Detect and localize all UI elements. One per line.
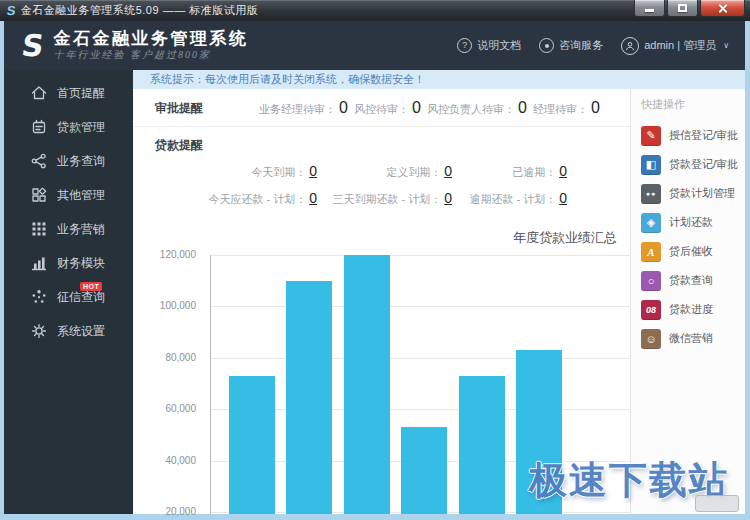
sidebar-item-label: 贷款管理 bbox=[57, 119, 105, 136]
quick-action-label: 贷后催收 bbox=[669, 244, 713, 259]
loan-stat-label: 已逾期： bbox=[512, 166, 556, 178]
quick-action-loan-progress[interactable]: 08贷款进度 bbox=[641, 295, 745, 324]
approval-stat-value: 0 bbox=[518, 99, 527, 117]
circle-icon: ○ bbox=[641, 271, 661, 291]
content-column: 系统提示：每次使用后请及时关闭系统，确保数据安全！ 审批提醒 业务经理待审：0风… bbox=[133, 70, 745, 514]
loan-stat: 逾期还款 - 计划：0 bbox=[459, 189, 574, 207]
approval-section: 审批提醒 业务经理待审：0风控待审：0风控负责人待审：0经理待审：0 bbox=[133, 89, 630, 117]
sidebar-item-credit-query[interactable]: 征信查询HOT bbox=[4, 280, 133, 314]
chart-plot bbox=[210, 255, 631, 514]
y-axis-label: 60,000 bbox=[133, 403, 196, 414]
smiley-icon: ☺ bbox=[641, 329, 661, 349]
service-icon bbox=[539, 38, 554, 53]
quick-action-label: 贷款查询 bbox=[669, 273, 713, 288]
loan-stat-value-link[interactable]: 0 bbox=[444, 163, 452, 179]
y-axis-label: 40,000 bbox=[133, 455, 196, 466]
avatar-icon bbox=[621, 37, 639, 55]
sidebar-item-label: 业务查询 bbox=[57, 153, 105, 170]
loan-stat: 定义到期：0 bbox=[324, 162, 459, 180]
sidebar-item-business-marketing[interactable]: 业务营销 bbox=[4, 212, 133, 246]
loan-stat: 今天应还款 - 计划：0 bbox=[155, 189, 324, 207]
quick-action-loan-register-approve[interactable]: ◧贷款登记/审批 bbox=[641, 150, 745, 179]
close-button[interactable] bbox=[700, 0, 745, 17]
window-titlebar: S 金石金融业务管理系统5.09 —— 标准版试用版 bbox=[0, 0, 750, 22]
chart-bar bbox=[459, 376, 505, 514]
hot-badge: HOT bbox=[80, 282, 102, 291]
loan-stat-label: 逾期还款 - 计划： bbox=[469, 193, 556, 205]
chart-title: 年度贷款业绩汇总 bbox=[465, 229, 665, 247]
chart-gridline bbox=[210, 358, 631, 359]
sidebar-item-system-settings[interactable]: 系统设置 bbox=[4, 314, 133, 348]
quick-action-loan-query[interactable]: ○贷款查询 bbox=[641, 266, 745, 295]
sidebar-item-label: 征信查询 bbox=[57, 289, 105, 306]
quick-action-label: 微信营销 bbox=[669, 331, 713, 346]
scatter-dots-icon bbox=[30, 288, 48, 306]
home-icon bbox=[30, 84, 48, 102]
minimize-button[interactable] bbox=[634, 0, 665, 17]
content-row: 审批提醒 业务经理待审：0风控待审：0风控负责人待审：0经理待审：0 贷款提醒 … bbox=[133, 89, 745, 514]
approval-stat-label: 经理待审： bbox=[533, 102, 588, 117]
loan-section-title: 贷款提醒 bbox=[155, 138, 203, 152]
quick-action-label: 计划还款 bbox=[669, 215, 713, 230]
quick-action-loan-plan-manage[interactable]: ●●贷款计划管理 bbox=[641, 179, 745, 208]
loan-stat-value-link[interactable]: 0 bbox=[559, 163, 567, 179]
quick-action-wechat-marketing[interactable]: ☺微信营销 bbox=[641, 324, 745, 353]
sidebar-item-label: 业务营销 bbox=[57, 221, 105, 238]
loan-stat-value-link[interactable]: 0 bbox=[309, 190, 317, 206]
quick-action-label: 授信登记/审批 bbox=[669, 128, 738, 143]
approval-stat: 风控负责人待审：0 bbox=[427, 99, 527, 117]
sidebar-item-loan-management[interactable]: 贷款管理 bbox=[4, 110, 133, 144]
sidebar-item-other-management[interactable]: 其他管理 bbox=[4, 178, 133, 212]
loan-stat: 三天到期还款 - 计划：0 bbox=[324, 189, 459, 207]
loan-stat-value-link[interactable]: 0 bbox=[444, 190, 452, 206]
approval-stat-label: 风控负责人待审： bbox=[427, 102, 515, 117]
maximize-button[interactable] bbox=[667, 0, 698, 17]
user-label: admin | 管理员 bbox=[644, 38, 716, 53]
help-doc-link[interactable]: ? 说明文档 bbox=[457, 38, 521, 53]
y-axis-label: 80,000 bbox=[133, 352, 196, 363]
number-icon: 08 bbox=[641, 300, 661, 320]
system-banner-text: 系统提示：每次使用后请及时关闭系统，确保数据安全！ bbox=[150, 72, 425, 87]
y-axis-label: 120,000 bbox=[133, 249, 196, 260]
chevron-down-icon: ∨ bbox=[723, 41, 729, 50]
dots-icon: ●● bbox=[641, 184, 661, 204]
chart-bar bbox=[286, 281, 332, 514]
approval-stats: 业务经理待审：0风控待审：0风控负责人待审：0经理待审：0 bbox=[259, 99, 612, 117]
chart-gridline bbox=[210, 306, 631, 307]
loan-stat-label: 今天到期： bbox=[251, 166, 306, 178]
dots-grid-icon bbox=[30, 220, 48, 238]
app-body: 首页提醒贷款管理业务查询其他管理业务营销财务模块征信查询HOT系统设置 系统提示… bbox=[4, 70, 745, 514]
question-icon: ? bbox=[457, 38, 472, 53]
loan-stat-value-link[interactable]: 0 bbox=[309, 163, 317, 179]
quick-action-label: 贷款进度 bbox=[669, 302, 713, 317]
sidebar-item-finance-module[interactable]: 财务模块 bbox=[4, 246, 133, 280]
loan-stat-label: 今天应还款 - 计划： bbox=[208, 193, 306, 205]
loan-stat-label: 三天到期还款 - 计划： bbox=[332, 193, 441, 205]
sidebar-item-home-reminder[interactable]: 首页提醒 bbox=[4, 76, 133, 110]
window-title: 金石金融业务管理系统5.09 —— 标准版试用版 bbox=[21, 3, 632, 18]
quick-action-credit-register-approve[interactable]: ✎授信登记/审批 bbox=[641, 121, 745, 150]
main-content: 审批提醒 业务经理待审：0风控待审：0风控负责人待审：0经理待审：0 贷款提醒 … bbox=[133, 89, 630, 514]
brand-logo-icon: S bbox=[20, 31, 46, 61]
sidebar-item-label: 首页提醒 bbox=[57, 85, 105, 102]
squares-icon: ◧ bbox=[641, 155, 661, 175]
loan-stat-value-link[interactable]: 0 bbox=[559, 190, 567, 206]
close-icon bbox=[717, 3, 728, 14]
loan-stat: 今天到期：0 bbox=[155, 162, 324, 180]
sidebar-item-label: 其他管理 bbox=[57, 187, 105, 204]
approval-stat: 经理待审：0 bbox=[533, 99, 600, 117]
quick-actions-title: 快捷操作 bbox=[641, 97, 745, 112]
sidebar-item-business-query[interactable]: 业务查询 bbox=[4, 144, 133, 178]
window-frame: S 金石金融业务管理系统 十年行业经验 客户超过800家 ? 说明文档 咨询服务 bbox=[0, 21, 750, 520]
system-banner: 系统提示：每次使用后请及时关闭系统，确保数据安全！ bbox=[133, 70, 745, 89]
loan-stat: 已逾期：0 bbox=[459, 162, 574, 180]
consult-service-link[interactable]: 咨询服务 bbox=[539, 38, 603, 53]
help-doc-label: 说明文档 bbox=[477, 38, 521, 53]
bar-chart-icon bbox=[30, 254, 48, 272]
loan-stat-label: 定义到期： bbox=[386, 166, 441, 178]
approval-stat: 业务经理待审：0 bbox=[259, 99, 348, 117]
quick-actions-panel: 快捷操作 ✎授信登记/审批◧贷款登记/审批●●贷款计划管理◈计划还款A贷后催收○… bbox=[630, 89, 745, 514]
loan-section: 贷款提醒 今天到期：0定义到期：0已逾期：0今天应还款 - 计划：0三天到期还款… bbox=[133, 127, 630, 207]
y-axis-label: 100,000 bbox=[133, 300, 196, 311]
user-menu[interactable]: admin | 管理员 ∨ bbox=[621, 37, 729, 55]
